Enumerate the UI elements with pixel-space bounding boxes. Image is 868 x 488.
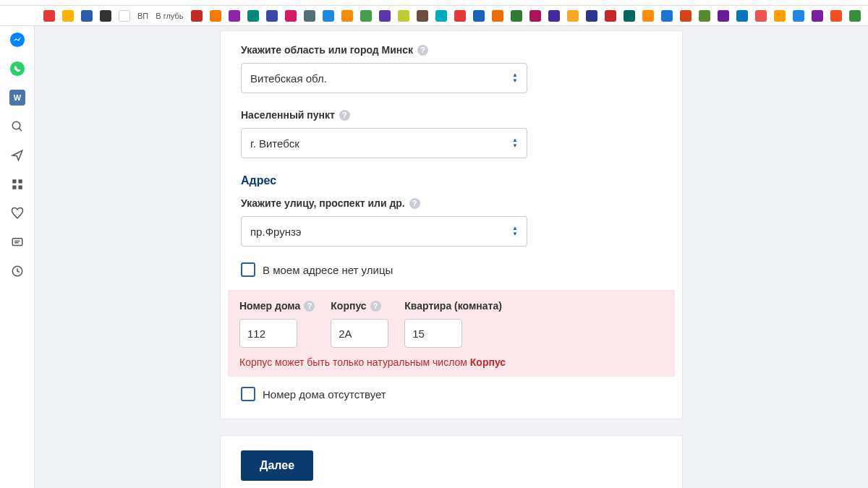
house-input[interactable] xyxy=(239,319,297,348)
bookmark-icon[interactable] xyxy=(793,10,804,22)
no-street-checkbox-row[interactable]: В моем адресе нет улицы xyxy=(241,262,662,277)
svg-rect-9 xyxy=(18,186,22,189)
svg-text:W: W xyxy=(13,93,21,102)
apartment-input[interactable] xyxy=(404,319,462,348)
bookmark-icon[interactable] xyxy=(191,10,203,22)
bookmark-icon[interactable] xyxy=(435,10,447,22)
messenger-icon[interactable] xyxy=(8,30,27,49)
error-message: Корпус может быть только натуральным чис… xyxy=(239,356,663,368)
locality-label-text: Населенный пункт xyxy=(241,109,335,121)
bookmark-icon[interactable] xyxy=(323,10,334,22)
message-icon[interactable] xyxy=(8,233,27,252)
bookmark-icon[interactable] xyxy=(736,10,748,22)
bookmark-icon[interactable] xyxy=(680,10,692,22)
bookmark-icon[interactable] xyxy=(755,10,767,22)
street-select[interactable]: пр.Фрунзэ ▲▼ xyxy=(241,216,527,247)
bookmark-icon[interactable] xyxy=(812,10,823,22)
house-label: Номер дома xyxy=(239,300,300,312)
bookmark-icon[interactable] xyxy=(360,10,372,22)
bookmark-icon[interactable] xyxy=(304,10,315,22)
bookmark-icon[interactable] xyxy=(624,10,635,22)
street-value: пр.Фрунзэ xyxy=(250,226,302,238)
bookmark-icon[interactable] xyxy=(285,10,297,22)
bookmark-icon[interactable] xyxy=(454,10,466,22)
bookmark-icon[interactable] xyxy=(529,10,541,22)
apartment-field: Квартира (комната) xyxy=(404,300,502,348)
bookmark-icon[interactable] xyxy=(119,10,130,22)
svg-rect-8 xyxy=(12,186,16,189)
bookmark-label[interactable]: В глубь xyxy=(156,12,183,20)
help-icon[interactable]: ? xyxy=(370,301,381,312)
chevron-updown-icon: ▲▼ xyxy=(512,72,518,84)
bookmark-icon[interactable] xyxy=(229,10,240,22)
page-content: Укажите область или город Минск ? Витебс… xyxy=(35,26,868,488)
corpus-input[interactable] xyxy=(331,319,388,348)
vk-icon[interactable]: W xyxy=(8,88,27,107)
svg-rect-10 xyxy=(12,239,22,246)
bookmark-icon[interactable] xyxy=(642,10,654,22)
no-house-checkbox-row[interactable]: Номер дома отсутствует xyxy=(241,387,662,401)
bookmark-icon[interactable] xyxy=(247,10,259,22)
bookmark-icon[interactable] xyxy=(266,10,278,22)
bookmark-icon[interactable] xyxy=(699,10,710,22)
region-label-text: Укажите область или город Минск xyxy=(241,44,413,56)
locality-select[interactable]: г. Витебск ▲▼ xyxy=(241,128,527,158)
bookmark-icon[interactable] xyxy=(718,10,729,22)
svg-rect-7 xyxy=(18,179,22,183)
bookmark-icon[interactable] xyxy=(774,10,786,22)
bookmark-icon[interactable] xyxy=(81,10,93,22)
bookmark-icon[interactable] xyxy=(849,10,861,22)
bookmark-icon[interactable] xyxy=(473,10,485,22)
bookmark-icon[interactable] xyxy=(417,10,428,22)
apartment-label: Квартира (комната) xyxy=(404,300,502,312)
bookmark-icon[interactable] xyxy=(830,10,842,22)
left-sidebar: W xyxy=(0,26,35,488)
bookmark-icon[interactable] xyxy=(661,10,673,22)
browser-top-bar xyxy=(0,0,868,6)
corpus-field: Корпус ? xyxy=(331,300,388,348)
bookmark-icon[interactable] xyxy=(379,10,391,22)
next-button[interactable]: Далее xyxy=(241,450,313,481)
bookmark-icon[interactable] xyxy=(100,10,111,22)
bookmark-icon[interactable] xyxy=(586,10,597,22)
chevron-updown-icon: ▲▼ xyxy=(512,137,518,149)
bookmark-icon[interactable] xyxy=(567,10,579,22)
bookmark-icon[interactable] xyxy=(398,10,409,22)
chevron-updown-icon: ▲▼ xyxy=(512,226,518,237)
locality-label: Населенный пункт ? xyxy=(241,109,662,121)
no-house-label: Номер дома отсутствует xyxy=(263,388,386,401)
address-form-card: Укажите область или город Минск ? Витебс… xyxy=(220,30,683,419)
region-value: Витебская обл. xyxy=(250,72,327,85)
grid-icon[interactable] xyxy=(8,175,27,194)
clock-icon[interactable] xyxy=(8,262,27,281)
region-select[interactable]: Витебская обл. ▲▼ xyxy=(241,63,527,93)
svg-line-5 xyxy=(19,128,22,131)
next-card: Далее xyxy=(220,435,683,488)
help-icon[interactable]: ? xyxy=(304,301,315,312)
bookmark-icon[interactable] xyxy=(548,10,560,22)
bookmark-icon[interactable] xyxy=(210,10,221,22)
bookmark-icon[interactable] xyxy=(605,10,616,22)
error-block: Номер дома ? Корпус ? xyxy=(228,290,675,377)
help-icon[interactable]: ? xyxy=(409,198,420,209)
checkbox-icon xyxy=(241,262,255,277)
help-icon[interactable]: ? xyxy=(417,45,428,56)
heart-icon[interactable] xyxy=(8,204,27,223)
checkbox-icon xyxy=(241,387,255,401)
bookmark-icon[interactable] xyxy=(62,10,74,22)
search-icon[interactable] xyxy=(8,117,27,136)
send-icon[interactable] xyxy=(8,146,27,165)
bookmark-label[interactable]: ВП xyxy=(137,12,148,20)
bookmark-icon[interactable] xyxy=(511,10,522,22)
bookmark-icon[interactable] xyxy=(492,10,503,22)
whatsapp-icon[interactable] xyxy=(8,59,27,78)
house-field: Номер дома ? xyxy=(239,300,315,348)
street-label-text: Укажите улицу, проспект или др. xyxy=(241,197,405,209)
no-street-label: В моем адресе нет улицы xyxy=(263,264,393,276)
street-label: Укажите улицу, проспект или др. ? xyxy=(241,197,662,209)
svg-rect-6 xyxy=(12,179,16,183)
bookmark-icon[interactable] xyxy=(341,10,353,22)
bookmark-icon[interactable] xyxy=(43,10,55,22)
help-icon[interactable]: ? xyxy=(339,110,350,121)
region-label: Укажите область или город Минск ? xyxy=(241,44,662,56)
